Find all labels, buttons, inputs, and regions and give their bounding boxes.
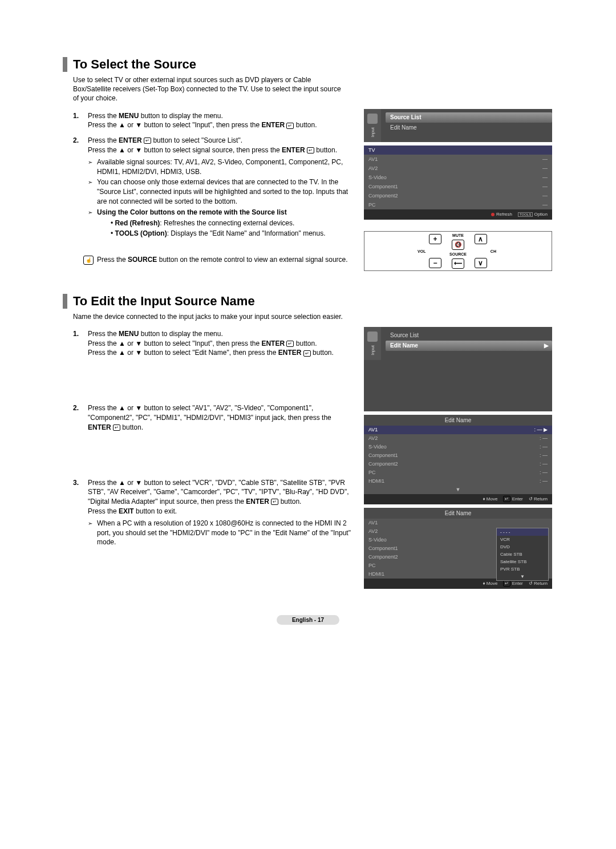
source-row[interactable]: Component2—: [364, 191, 552, 200]
edit-row[interactable]: AV1: [364, 519, 552, 527]
s2-step-2: Press the ▲ or ▼ button to select "AV1",…: [73, 403, 352, 472]
enter-icon: ↵: [144, 138, 151, 144]
edit-row[interactable]: PC: —: [364, 468, 552, 477]
s2-step-1: Press the MENU button to display the men…: [73, 329, 352, 398]
source-button[interactable]: ⟵: [452, 258, 464, 269]
tv-editname-popup-screenshot: Edit Name AV1 AV2 S-Video Component1 Com…: [364, 508, 552, 589]
ch-down-button[interactable]: ∨: [475, 258, 487, 268]
edit-name-title: Edit Name: [364, 508, 552, 519]
source-row[interactable]: S-Video—: [364, 173, 552, 182]
popup-scroll-down[interactable]: ▼: [497, 573, 548, 580]
bullet-red-refresh: Red (Refresh): Refreshes the connecting …: [105, 219, 352, 228]
enter-icon: ↵: [113, 424, 120, 431]
menu-edit-name[interactable]: Edit Name▶: [386, 341, 552, 351]
page-number: English - 17: [277, 615, 339, 625]
edit-name-title: Edit Name: [364, 415, 552, 426]
sidebar-input-label: Input: [370, 127, 375, 138]
popup-item[interactable]: Cable STB: [497, 551, 548, 558]
mute-label: MUTE: [452, 233, 464, 237]
menu-edit-name[interactable]: Edit Name: [386, 123, 552, 133]
source-row[interactable]: AV1—: [364, 155, 552, 164]
gear-icon: [367, 331, 378, 342]
edit-row[interactable]: AV1: — ▶: [364, 426, 552, 434]
section2-intro: Name the device connected to the input j…: [73, 312, 415, 321]
sidebar-input-label: Input: [370, 345, 375, 355]
source-label: SOURCE: [449, 252, 467, 256]
popup-item[interactable]: DVD: [497, 543, 548, 551]
gear-icon: [367, 114, 378, 124]
edit-row[interactable]: HDMI1: —: [364, 477, 552, 486]
enter-icon: ↵: [307, 147, 314, 153]
remote-tip: ☝ Press the SOURCE button on the remote …: [83, 256, 352, 265]
tv-editname-list-screenshot: Edit Name AV1: — ▶ AV2: — S-Video: — Com…: [364, 415, 552, 504]
remote-diagram: + − VOL MUTE 🔇 SOURCE ⟵ ∧ ∨ CH: [364, 231, 552, 271]
enter-icon: ↵: [286, 123, 294, 129]
tv-source-list-screenshot: TV AV1— AV2— S-Video— Component1— Compon…: [364, 145, 552, 220]
ch-up-button[interactable]: ∧: [475, 234, 487, 244]
remote-icon: ☝: [83, 256, 94, 265]
source-row[interactable]: Component1—: [364, 182, 552, 191]
menu-source-list[interactable]: Source List: [386, 112, 552, 123]
scroll-down[interactable]: ▼: [364, 486, 552, 494]
source-row-tv[interactable]: TV: [364, 145, 552, 155]
step-1: Press the MENU button to display the men…: [73, 111, 352, 131]
note-pc-resolution: When a PC with a resolution of 1920 x 10…: [88, 519, 352, 547]
source-row[interactable]: PC—: [364, 200, 552, 209]
popup-item[interactable]: PVR STB: [497, 565, 548, 573]
enter-icon: ↵: [303, 350, 311, 357]
section2-text: Press the MENU button to display the men…: [73, 327, 352, 553]
note-connected-devices: You can choose only those external devic…: [88, 177, 352, 206]
s2-step-3: Press the ▲ or ▼ button to select "VCR",…: [73, 478, 352, 548]
section1-text: Press the MENU button to display the men…: [73, 109, 352, 271]
enter-icon: ↵: [271, 499, 278, 505]
section2-title: To Edit the Input Source Name: [63, 294, 553, 309]
step-2: Press the ENTER ↵ button to select "Sour…: [73, 136, 352, 238]
source-row[interactable]: AV2—: [364, 164, 552, 173]
section1-intro: Use to select TV or other external input…: [73, 75, 341, 103]
tv-editname-menu-screenshot: Input Source List Edit Name▶: [364, 327, 552, 411]
menu-source-list[interactable]: Source List: [386, 330, 552, 341]
section1-title: To Select the Source: [63, 57, 553, 72]
edit-row[interactable]: AV2: —: [364, 434, 552, 443]
popup-item[interactable]: Satellite STB: [497, 558, 548, 565]
edit-row[interactable]: Component1: —: [364, 451, 552, 460]
vol-down-button[interactable]: −: [429, 258, 441, 268]
edit-row[interactable]: S-Video: —: [364, 443, 552, 451]
enter-icon: ↵: [286, 341, 294, 347]
tv-input-menu-screenshot: Input Source List Edit Name: [364, 109, 552, 142]
popup-item[interactable]: - - - -: [497, 528, 548, 536]
edit-row[interactable]: Component2: —: [364, 460, 552, 468]
popup-item[interactable]: VCR: [497, 536, 548, 543]
mute-button[interactable]: 🔇: [452, 240, 464, 250]
source-type-popup: - - - - VCR DVD Cable STB Satellite STB …: [496, 528, 549, 581]
bullet-tools-option: TOOLS (Option): Displays the "Edit Name"…: [105, 229, 352, 238]
note-color-buttons: Using the Color buttons on the remote wi…: [88, 208, 352, 238]
vol-up-button[interactable]: +: [429, 234, 441, 244]
note-available-sources: Available signal sources: TV, AV1, AV2, …: [88, 157, 352, 177]
